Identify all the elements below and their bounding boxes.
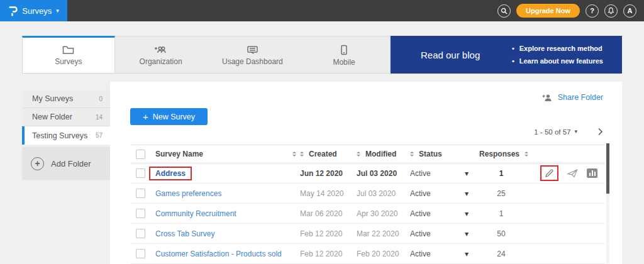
col-survey-name: Survey Name xyxy=(155,150,203,158)
search-icon xyxy=(501,8,508,14)
pagination: 1 - 50 of 57 ▾ xyxy=(534,128,603,136)
row-checkbox[interactable] xyxy=(136,168,145,178)
add-folder-button[interactable]: + Add Folder xyxy=(22,147,110,180)
app-window: Surveys ▾ Upgrade Now ? A Surveys Organi… xyxy=(0,0,644,264)
send-button[interactable] xyxy=(567,169,578,178)
survey-table: Survey Name Created Modified Status xyxy=(130,145,605,264)
survey-table-header: Survey Name Created Modified Status xyxy=(130,145,605,163)
status-dropdown[interactable]: ▾ xyxy=(454,189,479,198)
topbar-actions: Upgrade Now ? A xyxy=(497,4,644,18)
sidebar-item-new-folder[interactable]: New Folder 14 xyxy=(22,108,110,126)
status-dropdown[interactable]: ▾ xyxy=(454,209,479,218)
responses-cell: 25 xyxy=(479,189,523,198)
sidebar-item-my-surveys[interactable]: My Surveys 0 xyxy=(22,90,110,108)
sort-icon[interactable] xyxy=(357,151,360,157)
app-menu-label: Surveys xyxy=(22,6,52,16)
table-row: Games preferences May 14 2020 Jul 03 202… xyxy=(130,184,605,204)
survey-table-body: Address Jun 12 2020 Jul 03 2020 Active ▾… xyxy=(130,163,605,264)
search-button[interactable] xyxy=(497,4,511,18)
tab-label: Mobile xyxy=(333,58,355,67)
tab-surveys[interactable]: Surveys xyxy=(22,36,115,73)
app-switcher[interactable]: Surveys ▾ xyxy=(0,0,67,21)
plus-circle-icon: + xyxy=(31,157,44,170)
folder-label: New Folder xyxy=(32,113,72,121)
tab-label: Organization xyxy=(140,57,182,66)
row-checkbox[interactable] xyxy=(136,189,145,198)
organization-icon xyxy=(154,45,167,55)
select-all-checkbox[interactable] xyxy=(136,150,145,159)
sort-icon[interactable] xyxy=(300,151,304,157)
created-cell: Feb 12 2020 xyxy=(300,250,357,258)
folder-icon xyxy=(62,45,74,55)
created-cell: Feb 12 2020 xyxy=(300,229,357,238)
pencil-icon xyxy=(545,168,554,178)
help-button[interactable]: ? xyxy=(586,4,599,18)
new-survey-label: New Survey xyxy=(153,113,195,121)
survey-name-link[interactable]: Customer Satisfaction - Products sold xyxy=(155,250,282,258)
add-folder-label: Add Folder xyxy=(51,159,91,168)
blog-banner[interactable]: Read our blog Explore research method Le… xyxy=(391,36,622,74)
blog-banner-title: Read our blog xyxy=(391,50,480,60)
survey-name-cell: Cross Tab Survey xyxy=(155,229,300,238)
survey-name-link[interactable]: Community Recruitment xyxy=(155,209,236,218)
created-cell: May 14 2020 xyxy=(300,189,357,198)
table-row: Customer Satisfaction - Products sold Fe… xyxy=(130,244,605,264)
sort-icon[interactable] xyxy=(292,151,296,157)
col-created: Created xyxy=(309,150,337,158)
tab-organization[interactable]: Organization xyxy=(115,36,207,73)
bar-chart-icon xyxy=(587,168,597,178)
row-checkbox[interactable] xyxy=(136,229,145,238)
created-cell: Jun 12 2020 xyxy=(300,169,357,178)
sort-icon[interactable] xyxy=(525,151,528,157)
survey-name-cell: Games preferences xyxy=(155,189,300,198)
status-dropdown[interactable]: ▾ xyxy=(454,250,479,258)
chevron-right-icon xyxy=(597,128,603,136)
chevron-down-icon: ▾ xyxy=(56,8,59,14)
status-cell: Active xyxy=(410,229,454,238)
status-dropdown[interactable]: ▾ xyxy=(454,229,479,238)
folder-label: My Surveys xyxy=(32,94,73,103)
folder-count: 14 xyxy=(96,114,103,121)
status-cell: Active xyxy=(410,250,454,258)
scrollbar-thumb[interactable] xyxy=(606,143,609,194)
tab-strip: Surveys Organization Usage Dashboard Mob… xyxy=(22,36,622,74)
row-actions xyxy=(523,165,605,181)
survey-name-cell: Address xyxy=(155,167,300,180)
status-dropdown[interactable]: ▾ xyxy=(454,169,479,178)
status-cell: Active xyxy=(410,189,454,198)
proprofs-logo-icon xyxy=(8,6,18,16)
share-folder-link[interactable]: Share Folder xyxy=(542,93,603,102)
responses-cell: 50 xyxy=(479,229,523,238)
sidebar-item-testing-surveys[interactable]: Testing Surveys 57 xyxy=(22,126,110,145)
folder-label: Testing Surveys xyxy=(32,131,87,140)
survey-name-cell: Customer Satisfaction - Products sold xyxy=(155,250,300,258)
reports-button[interactable] xyxy=(587,168,597,178)
survey-name-link[interactable]: Games preferences xyxy=(155,189,221,198)
table-scrollbar[interactable] xyxy=(606,143,609,264)
pagination-range: 1 - 50 of 57 xyxy=(534,128,570,136)
table-row: Community Recruitment Mar 06 2020 Apr 30… xyxy=(130,204,605,224)
mobile-icon xyxy=(340,45,348,55)
modified-cell: Apr 30 2020 xyxy=(357,209,410,218)
sort-icon[interactable] xyxy=(410,151,414,157)
tab-usage-dashboard[interactable]: Usage Dashboard xyxy=(207,36,299,73)
row-checkbox[interactable] xyxy=(136,209,145,218)
avatar[interactable]: A xyxy=(623,4,636,18)
primary-tabs: Surveys Organization Usage Dashboard Mob… xyxy=(22,36,391,74)
bell-icon xyxy=(608,7,614,14)
tab-label: Surveys xyxy=(55,57,82,66)
upgrade-now-button[interactable]: Upgrade Now xyxy=(516,4,580,18)
surveys-panel: Share Folder + New Survey 1 - 50 of 57 ▾… xyxy=(110,82,622,264)
row-checkbox[interactable] xyxy=(136,249,145,258)
edit-button[interactable] xyxy=(540,165,558,181)
tab-mobile[interactable]: Mobile xyxy=(298,36,390,73)
next-page-button[interactable] xyxy=(597,128,603,136)
new-survey-button[interactable]: + New Survey xyxy=(130,108,208,125)
pagination-dropdown[interactable]: ▾ xyxy=(574,129,577,135)
folder-count: 57 xyxy=(96,132,103,139)
survey-name-link[interactable]: Address xyxy=(155,169,186,178)
topbar: Surveys ▾ Upgrade Now ? A xyxy=(0,0,644,21)
survey-name-link[interactable]: Cross Tab Survey xyxy=(155,229,214,238)
notifications-button[interactable] xyxy=(604,4,618,18)
blog-bullet: Learn about new features xyxy=(512,55,603,67)
